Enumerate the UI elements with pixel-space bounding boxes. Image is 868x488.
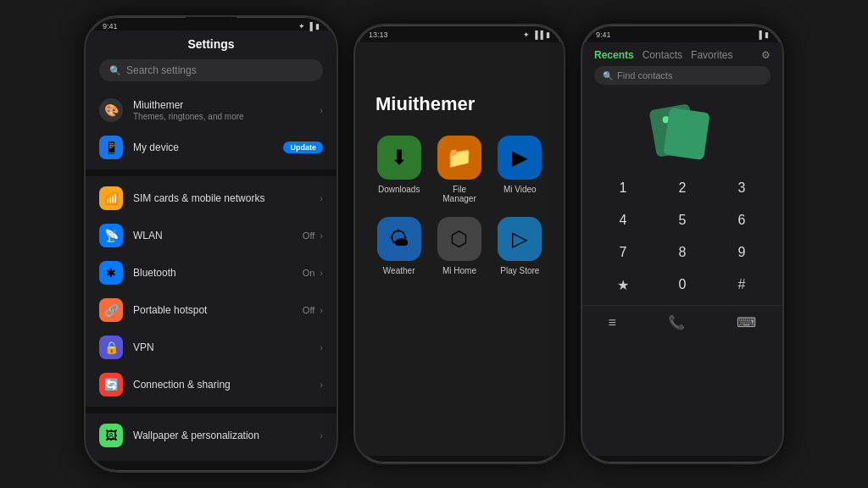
bluetooth-status-icon: ✦ [523,30,530,39]
contacts-screen: Recents Contacts Favorites ⚙ 🔍 Find cont… [582,42,782,456]
notch [186,17,236,30]
settings-item-my-device[interactable]: 📱 My device Update [86,129,337,166]
search-icon: 🔍 [109,65,121,76]
signal-miui-icon: ▐▐ [532,30,543,39]
settings-item-wlan[interactable]: 📡 WLAN Off › [86,217,337,254]
settings-item-wallpaper[interactable]: 🖼 Wallpaper & personalization › [86,417,337,454]
tab-contacts[interactable]: Contacts [643,49,682,61]
my-device-content: My device [133,141,273,153]
dialpad: 1 2 3 4 5 6 7 8 9 ★ 0 # [582,173,782,300]
settings-item-always-on[interactable]: 🔐 Always-on display & Lock screen › [86,454,337,461]
vpn-content: VPN [133,341,309,353]
my-device-icon: 📱 [99,136,123,159]
settings-screen: Settings 🔍 Search settings 🎨 Miuithemer … [86,30,337,461]
vpn-icon: 🔒 [99,336,123,359]
nav-menu-icon[interactable]: ≡ [609,315,616,330]
dial-key-0[interactable]: 0 [654,269,711,300]
sim-icon: 📶 [99,186,123,210]
contacts-empty-illustration [653,107,712,158]
app-grid: ⬇ Downloads 📁 File Manager ▶ Mi Video 🌤 … [355,136,564,275]
connection-icon: 🔄 [99,373,123,396]
settings-item-connection[interactable]: 🔄 Connection & sharing › [86,366,337,403]
mi-home-label: Mi Home [442,266,476,275]
bluetooth-chevron: › [320,268,323,278]
mi-video-icon: ▶ [498,136,542,180]
dial-key-hash[interactable]: # [713,269,771,300]
battery-miui-icon: ▮ [546,30,550,39]
app-mi-home[interactable]: ⬡ Mi Home [436,217,482,275]
dial-key-9[interactable]: 9 [713,237,771,268]
contacts-search-placeholder: Find contacts [617,70,672,80]
bluetooth-icon-status: ✦ [298,22,305,30]
hotspot-icon: 🔗 [99,298,123,322]
dial-key-6[interactable]: 6 [713,205,771,236]
downloads-icon: ⬇ [377,136,421,180]
miuithemer-content: Miuithemer Themes, ringtones, and more [133,99,309,121]
update-badge[interactable]: Update [283,141,323,153]
settings-gear-icon[interactable]: ⚙ [761,49,771,61]
connection-chevron: › [320,380,323,390]
settings-item-sim[interactable]: 📶 SIM cards & mobile networks › [86,180,337,217]
settings-search-bar[interactable]: 🔍 Search settings [99,59,323,81]
downloads-label: Downloads [378,185,420,194]
settings-item-vpn[interactable]: 🔒 VPN › [86,329,337,366]
miuithemer-icon: 🎨 [99,98,123,122]
dial-key-8[interactable]: 8 [654,237,711,268]
card-illustration-2 [663,108,709,160]
bluetooth-icon: ✱ [99,261,123,285]
bluetooth-label: Bluetooth [133,267,292,279]
sim-label: SIM cards & mobile networks [133,192,309,204]
dial-key-7[interactable]: 7 [594,237,652,268]
file-manager-icon: 📁 [437,136,481,180]
app-downloads[interactable]: ⬇ Downloads [376,136,422,203]
hotspot-chevron: › [320,305,323,315]
dial-key-4[interactable]: 4 [594,205,652,236]
section-divider-1 [86,169,337,176]
app-weather[interactable]: 🌤 Weather [376,217,422,275]
settings-item-hotspot[interactable]: 🔗 Portable hotspot Off › [86,291,337,329]
wallpaper-icon: 🖼 [99,424,123,447]
status-bar-miui: 13:13 ✦ ▐▐ ▮ [355,25,564,42]
nav-call-icon[interactable]: 📞 [668,314,685,330]
tab-recents[interactable]: Recents [594,49,634,61]
wlan-chevron: › [320,230,323,241]
wallpaper-content: Wallpaper & personalization [133,430,309,441]
connection-content: Connection & sharing [133,379,309,391]
contacts-search-icon: 🔍 [603,71,613,80]
tab-favorites[interactable]: Favorites [691,49,732,61]
settings-item-bluetooth[interactable]: ✱ Bluetooth On › [86,254,337,291]
miuithemer-label: Miuithemer [133,99,309,111]
battery-contacts-icon: ▮ [765,30,769,39]
app-play-store[interactable]: ▷ Play Store [497,217,543,275]
contacts-header: Recents Contacts Favorites ⚙ [582,42,782,66]
dial-key-3[interactable]: 3 [713,173,771,203]
dial-key-star[interactable]: ★ [594,269,652,300]
play-store-icon: ▷ [498,217,542,261]
app-mi-video[interactable]: ▶ Mi Video [497,136,543,203]
signal-icon: ▐ [308,22,313,30]
file-manager-label: File Manager [436,185,482,203]
vpn-label: VPN [133,341,309,353]
miuithemer-screen: Miuithemer ⬇ Downloads 📁 File Manager ▶ … [355,42,564,456]
hotspot-right: Off › [303,305,323,315]
wlan-status: Off [303,230,314,241]
nav-keyboard-icon[interactable]: ⌨ [737,314,756,330]
miuithemer-right: › [320,105,323,115]
settings-item-miuithemer[interactable]: 🎨 Miuithemer Themes, ringtones, and more… [86,92,337,129]
hotspot-label: Portable hotspot [133,304,292,316]
status-icons-contacts: ▐ ▮ [757,30,769,39]
dial-key-5[interactable]: 5 [654,205,711,236]
miuithemer-sub: Themes, ringtones, and more [133,112,309,121]
bluetooth-right: On › [303,268,323,278]
miuithemer-app-title: Miuithemer [355,42,564,136]
my-device-right: Update [283,141,323,153]
app-file-manager[interactable]: 📁 File Manager [436,136,482,203]
phone-miuithemer: 13:13 ✦ ▐▐ ▮ Miuithemer ⬇ Downloads 📁 Fi… [353,24,565,464]
sim-content: SIM cards & mobile networks [133,192,309,204]
contacts-search-bar[interactable]: 🔍 Find contacts [594,66,771,85]
time-miui: 13:13 [369,30,388,39]
dial-key-1[interactable]: 1 [594,173,652,203]
dial-key-2[interactable]: 2 [654,173,711,203]
weather-label: Weather [383,266,415,275]
hotspot-content: Portable hotspot [133,304,292,316]
